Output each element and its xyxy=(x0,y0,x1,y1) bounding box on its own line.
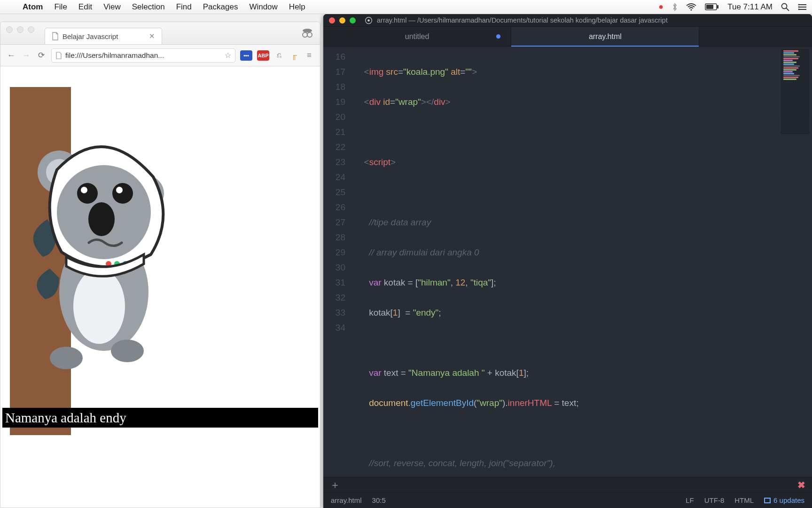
extension-icon[interactable]: ⎌ xyxy=(274,51,284,60)
package-icon xyxy=(764,498,771,503)
notification-center-icon[interactable] xyxy=(798,3,807,11)
svg-point-24 xyxy=(112,183,133,204)
browser-viewport: Namanya adalah endy xyxy=(0,66,320,508)
close-panel-icon[interactable]: ✖ xyxy=(797,479,805,491)
koala-image xyxy=(33,137,188,381)
svg-point-12 xyxy=(303,29,312,32)
tab-close-icon[interactable]: ✕ xyxy=(149,32,155,40)
new-tab-button[interactable]: ＋ xyxy=(330,480,340,490)
svg-point-11 xyxy=(798,8,800,10)
status-encoding[interactable]: UTF-8 xyxy=(704,496,725,504)
menu-window[interactable]: Window xyxy=(243,2,283,12)
editor-tab-empty xyxy=(699,27,812,46)
tab-label: array.html xyxy=(589,32,622,41)
atom-titlebar: array.html — /Users/hilmanramadhan/Docum… xyxy=(323,14,812,27)
tab-favicon-icon xyxy=(52,32,59,40)
menu-file[interactable]: File xyxy=(48,2,72,12)
spotlight-icon[interactable] xyxy=(781,3,789,11)
tab-label: untitled xyxy=(405,32,429,41)
status-bar: array.html 30:5 LF UTF-8 HTML 6 updates xyxy=(323,492,812,508)
svg-point-33 xyxy=(367,19,370,22)
menubar-left: Atom File Edit View Selection Find Packa… xyxy=(5,2,311,12)
editor-tabs: untitled array.html xyxy=(323,27,812,47)
editor-tab-untitled[interactable]: untitled xyxy=(323,27,511,46)
forward-button[interactable]: → xyxy=(21,51,31,60)
svg-point-14 xyxy=(307,32,312,37)
bottom-dock: ＋ ✖ xyxy=(323,477,812,492)
window-zoom-button[interactable] xyxy=(350,17,356,24)
battery-icon[interactable] xyxy=(705,3,719,10)
browser-tab[interactable]: Belajar Javascript ✕ xyxy=(45,28,162,44)
back-button[interactable]: ← xyxy=(6,51,16,60)
menu-view[interactable]: View xyxy=(98,2,126,12)
svg-point-0 xyxy=(691,9,692,10)
menu-packages[interactable]: Packages xyxy=(197,2,244,12)
chrome-file-icon xyxy=(365,17,372,24)
bookmark-star-icon[interactable]: ☆ xyxy=(225,51,231,60)
status-cursor-pos[interactable]: 30:5 xyxy=(372,496,386,504)
chrome-close-button[interactable] xyxy=(6,26,13,33)
svg-point-31 xyxy=(111,340,144,362)
code-editor[interactable]: 161718 192021 222324 252627 282930 31323… xyxy=(323,47,812,477)
page-icon xyxy=(55,52,62,59)
menubar-clock[interactable]: Tue 7:11 AM xyxy=(727,2,773,12)
svg-point-13 xyxy=(303,32,307,37)
svg-point-30 xyxy=(50,347,83,369)
minimap[interactable] xyxy=(781,49,809,134)
window-title: array.html — /Users/hilmanramadhan/Docum… xyxy=(377,16,668,24)
wifi-icon[interactable] xyxy=(686,3,696,11)
window-minimize-button[interactable] xyxy=(339,17,345,24)
menu-find[interactable]: Find xyxy=(171,2,197,12)
address-bar[interactable]: file:///Users/hilmanramadhan... ☆ xyxy=(51,48,235,63)
status-language[interactable]: HTML xyxy=(734,496,754,504)
code-area[interactable]: <img src="koala.png" alt=""> <div id="wr… xyxy=(351,47,812,477)
incognito-icon[interactable] xyxy=(301,28,320,39)
chrome-window: Belajar Javascript ✕ ← → ⟳ file:///Users… xyxy=(0,22,320,508)
svg-line-5 xyxy=(786,8,789,11)
reload-button[interactable]: ⟳ xyxy=(36,50,47,60)
svg-point-18 xyxy=(73,269,125,344)
atom-window: array.html — /Users/hilmanramadhan/Docum… xyxy=(323,14,812,508)
extension-adblock[interactable]: ABP xyxy=(257,50,269,61)
extension-icon-2[interactable]: ╓ xyxy=(289,51,299,60)
status-eol[interactable]: LF xyxy=(686,496,694,504)
address-text: file:///Users/hilmanramadhan... xyxy=(65,51,164,60)
svg-point-4 xyxy=(782,3,787,8)
chrome-traffic-lights xyxy=(0,26,40,40)
svg-point-9 xyxy=(798,6,800,8)
recording-icon[interactable]: ● xyxy=(658,2,664,12)
svg-point-23 xyxy=(81,187,87,193)
bluetooth-icon[interactable] xyxy=(672,3,678,11)
chrome-menu-icon[interactable]: ≡ xyxy=(304,51,314,60)
menu-edit[interactable]: Edit xyxy=(73,2,98,12)
menu-selection[interactable]: Selection xyxy=(126,2,171,12)
chrome-tabstrip: Belajar Javascript ✕ xyxy=(0,22,320,45)
mac-menubar: Atom File Edit View Selection Find Packa… xyxy=(0,0,812,14)
svg-rect-2 xyxy=(717,5,718,8)
page-output-text: Namanya adalah endy xyxy=(2,408,318,428)
svg-point-26 xyxy=(88,202,115,236)
svg-point-22 xyxy=(77,183,98,204)
svg-rect-3 xyxy=(706,5,713,9)
svg-point-7 xyxy=(798,4,800,5)
chrome-toolbar: ← → ⟳ file:///Users/hilmanramadhan... ☆ … xyxy=(0,45,320,66)
window-close-button[interactable] xyxy=(329,17,335,24)
chrome-minimize-button[interactable] xyxy=(17,26,23,33)
status-updates[interactable]: 6 updates xyxy=(764,496,804,504)
status-file[interactable]: array.html xyxy=(331,496,362,504)
line-gutter: 161718 192021 222324 252627 282930 31323… xyxy=(323,47,351,477)
menu-help[interactable]: Help xyxy=(283,2,311,12)
chrome-zoom-button[interactable] xyxy=(28,26,34,33)
editor-tab-array[interactable]: array.html xyxy=(511,27,699,46)
app-menu[interactable]: Atom xyxy=(17,2,48,12)
unsaved-dot-icon xyxy=(496,34,500,39)
atom-traffic-lights xyxy=(329,17,356,24)
menubar-right: ● Tue 7:11 AM xyxy=(658,2,807,12)
tab-title: Belajar Javascript xyxy=(62,32,118,40)
extension-lastpass[interactable]: ••• xyxy=(240,50,252,61)
svg-point-25 xyxy=(116,187,123,193)
